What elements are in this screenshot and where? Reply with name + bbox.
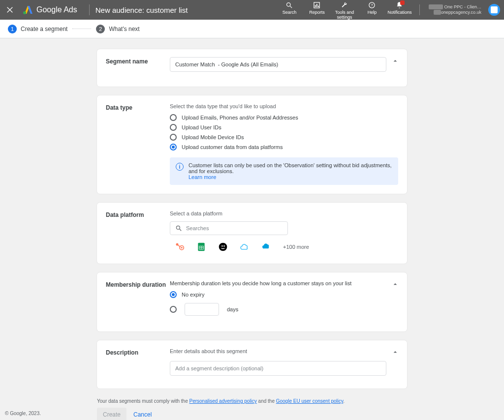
google-ads-logo [22,4,33,16]
segment-name-label: Segment name [106,57,170,72]
radio-no-expiry[interactable]: No expiry [170,291,398,298]
membership-label: Membership duration [106,280,170,319]
data-platform-label: Data platform [106,210,170,252]
step-connector [72,29,91,29]
learn-more-link[interactable]: Learn more [189,174,216,180]
step-create-segment[interactable]: 1 Create a segment [8,25,67,33]
svg-line-12 [180,229,182,231]
reports-icon [313,1,320,10]
divider [419,4,420,15]
salesforce-icon[interactable] [261,242,271,252]
close-button[interactable] [4,4,16,16]
data-type-help: Select the data type that you'd like to … [170,103,398,109]
days-input[interactable] [185,303,219,316]
step-1-number: 1 [8,25,17,33]
radio-icon [170,144,177,150]
divider [89,4,90,15]
header-reports-button[interactable]: Reports [303,0,331,15]
search-icon [175,225,182,232]
page-title: New audience: customer list [95,6,188,14]
policy-link-advertising[interactable]: Personalised advertising policy [189,398,257,404]
header-help-label: Help [368,10,377,15]
search-icon [285,1,293,10]
radio-icon [170,306,177,313]
hubspot-icon[interactable] [175,242,185,252]
svg-marker-1 [28,6,32,14]
step-1-label: Create a segment [21,26,67,32]
avatar[interactable] [488,4,500,16]
header-help-button[interactable]: ? Help [358,0,386,15]
svg-rect-8 [318,6,319,7]
radio-icon [170,124,177,131]
radio-upload-data-platforms[interactable]: Upload customer data from data platforms [170,144,398,150]
radio-upload-emails[interactable]: Upload Emails, Phones and/or Postal Addr… [170,114,398,121]
svg-rect-6 [315,5,316,7]
policy-link-eu-consent[interactable]: Google EU user consent policy [276,398,344,404]
radio-label: Upload customer data from data platforms [182,144,283,150]
svg-point-21 [219,243,227,251]
description-card: Description Enter details about this seg… [97,340,407,389]
platform-search-field[interactable] [186,225,283,231]
header-notifications-label: Notifications [387,10,411,15]
svg-line-4 [290,6,292,8]
header-reports-label: Reports [309,10,325,15]
svg-text:?: ? [371,3,373,7]
create-button[interactable]: Create [97,408,126,420]
collapse-toggle[interactable] [390,56,400,66]
svg-point-15 [181,247,183,248]
days-suffix: days [227,306,238,312]
cloud-icon[interactable] [240,242,250,252]
collapse-toggle[interactable] [390,347,400,357]
cancel-button[interactable]: Cancel [133,411,152,418]
membership-help: Membership duration lets you decide how … [170,280,398,286]
svg-point-3 [287,3,291,7]
radio-label: Upload User IDs [182,124,221,130]
account-line1: One PPC - Clien… [444,4,481,9]
header-search-label: Search [283,10,297,15]
notification-badge [400,0,405,5]
step-2-number: 2 [96,25,105,33]
segment-name-card: Segment name [97,49,407,87]
data-platform-help: Select a data platform [170,210,398,216]
svg-point-22 [221,245,223,247]
tools-icon [341,1,348,10]
copyright: © Google, 2023. [5,411,41,416]
data-type-card: Data type Select the data type that you'… [97,95,407,194]
description-label: Description [106,348,170,376]
segment-name-input[interactable] [170,57,386,72]
membership-card: Membership duration Membership duration … [97,272,407,331]
header-search-button[interactable]: Search [276,0,303,15]
help-icon: ? [368,1,376,10]
step-2-label: What's next [109,26,139,32]
radio-days[interactable]: days [170,303,398,316]
collapse-toggle[interactable] [390,279,400,289]
info-banner: i Customer lists can only be used on the… [170,157,398,185]
svg-rect-7 [316,4,317,7]
header-tools-button[interactable]: Tools and settings [331,0,358,20]
radio-icon [170,114,177,121]
header-notifications-button[interactable]: Notifications [386,0,413,15]
radio-icon [170,291,177,298]
svg-point-23 [223,245,225,247]
radio-label: Upload Mobile Device IDs [182,134,244,140]
bell-icon [396,1,403,10]
radio-upload-user-ids[interactable]: Upload User IDs [170,124,398,131]
account-switcher[interactable]: xxxxxx One PPC - Clien… xxxoneppcagency.… [429,4,500,16]
info-icon: i [176,163,184,171]
radio-icon [170,134,177,141]
account-line2: oneppcagency.co.uk [441,10,481,15]
description-input[interactable] [170,361,386,376]
svg-point-11 [176,226,180,229]
svg-point-2 [23,11,26,14]
policy-disclaimer: Your data segments must comply with the … [97,398,407,404]
sheets-icon[interactable] [196,242,206,252]
radio-label: No expiry [182,292,204,298]
step-whats-next[interactable]: 2 What's next [96,25,139,33]
data-type-label: Data type [106,103,170,185]
brand-name: Google Ads [36,5,77,14]
platform-search-input[interactable] [170,221,288,235]
radio-label: Upload Emails, Phones and/or Postal Addr… [182,115,298,120]
header-tools-label: Tools and settings [331,10,358,20]
mailchimp-icon[interactable] [218,242,228,252]
radio-upload-mobile-ids[interactable]: Upload Mobile Device IDs [170,134,398,141]
